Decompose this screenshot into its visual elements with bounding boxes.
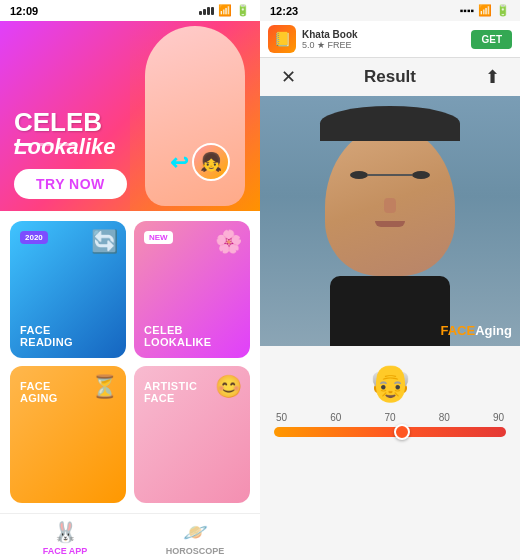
age-emoji: 👴 <box>368 362 413 404</box>
feature-title-celeb-lookalike: CELEBLOOKALIKE <box>144 324 240 348</box>
age-label-60: 60 <box>330 412 341 423</box>
result-title: Result <box>302 67 478 87</box>
watermark-face-part: FACE <box>441 323 476 338</box>
feature-badge-new: NEW <box>144 231 173 244</box>
time-right: 12:23 <box>270 5 298 17</box>
face-app-tab-label: FACE APP <box>43 546 88 556</box>
ad-get-button[interactable]: GET <box>471 30 512 49</box>
woman-silhouette <box>145 26 245 206</box>
signal-icon <box>199 7 214 15</box>
result-face-image: 🎨 🦋 <box>260 96 520 346</box>
result-header: ✕ Result ⬆ <box>260 58 520 96</box>
nose <box>384 198 396 213</box>
ad-info: Khata Book 5.0 ★ FREE <box>302 29 465 50</box>
feature-card-face-reading[interactable]: 2020 🔄 FACEREADING <box>10 221 126 358</box>
age-label-90: 90 <box>493 412 504 423</box>
face-aging-watermark: FACEAging <box>441 323 513 338</box>
age-bar-wrapper: 50 60 70 80 90 <box>274 412 506 437</box>
mouth <box>375 221 405 227</box>
watermark-aging-part: Aging <box>475 323 512 338</box>
hero-woman-image <box>130 21 260 211</box>
status-icons-left: 📶 🔋 <box>199 4 250 17</box>
horoscope-tab-label: HOROSCOPE <box>166 546 225 556</box>
hair <box>320 106 460 141</box>
dot-1 <box>14 143 32 146</box>
age-labels: 50 60 70 80 90 <box>274 412 506 423</box>
age-meter-section: 👴 50 60 70 80 90 <box>260 346 520 447</box>
status-bar-right: 12:23 ▪▪▪▪ 📶 🔋 <box>260 0 520 21</box>
age-label-50: 50 <box>276 412 287 423</box>
feature-card-face-aging[interactable]: ⏳ FACEAGING <box>10 366 126 503</box>
status-icons-right: ▪▪▪▪ 📶 🔋 <box>460 4 510 17</box>
try-now-button[interactable]: TRY NOW <box>14 169 127 199</box>
result-image-container: 🎨 🦋 <box>260 96 520 346</box>
status-bar-left: 12:09 📶 🔋 <box>0 0 260 21</box>
dot-2 <box>36 143 54 146</box>
time-left: 12:09 <box>10 5 38 17</box>
right-panel: 12:23 ▪▪▪▪ 📶 🔋 📒 Khata Book 5.0 ★ FREE G… <box>260 0 520 560</box>
hero-banner: 👧 ↩ CELEB Lookalike TRY NOW <box>0 21 260 211</box>
age-bar <box>274 427 506 437</box>
ad-title: Khata Book <box>302 29 465 40</box>
face-aging-icon: ⏳ <box>91 374 118 400</box>
feature-badge-year: 2020 <box>20 231 48 244</box>
shirt <box>330 276 450 346</box>
face-reading-icon: 🔄 <box>91 229 118 255</box>
glasses-bridge <box>368 174 412 176</box>
close-icon: ✕ <box>281 66 296 88</box>
feature-card-artistic-face[interactable]: 😊 ARTISTICFACE <box>134 366 250 503</box>
feature-title-face-reading: FACEREADING <box>20 324 116 348</box>
battery-icon: 🔋 <box>236 4 250 17</box>
right-eye <box>412 171 430 179</box>
age-label-80: 80 <box>439 412 450 423</box>
left-eye <box>350 171 368 179</box>
face-shape <box>325 126 455 276</box>
ad-app-icon: 📒 <box>268 25 296 53</box>
share-button[interactable]: ⬆ <box>478 66 506 88</box>
face-app-tab-icon: 🐰 <box>53 520 78 544</box>
feature-grid: 2020 🔄 FACEREADING NEW 🌸 CELEBLOOKALIKE … <box>0 211 260 513</box>
bottom-tabs: 🐰 FACE APP 🪐 HOROSCOPE <box>0 513 260 560</box>
ad-rating: 5.0 ★ FREE <box>302 40 465 50</box>
age-indicator <box>394 424 410 440</box>
age-label-70: 70 <box>384 412 395 423</box>
artistic-face-icon: 😊 <box>215 374 242 400</box>
tab-face-app[interactable]: 🐰 FACE APP <box>0 520 130 556</box>
share-icon: ⬆ <box>485 66 500 88</box>
ad-banner: 📒 Khata Book 5.0 ★ FREE GET <box>260 21 520 58</box>
tab-horoscope[interactable]: 🪐 HOROSCOPE <box>130 520 260 556</box>
left-panel: 12:09 📶 🔋 👧 ↩ CELEB Lookalike TRY NOW 20… <box>0 0 260 560</box>
wifi-icon: 📶 <box>218 4 232 17</box>
horoscope-tab-icon: 🪐 <box>183 520 208 544</box>
small-avatar: 👧 <box>192 143 230 181</box>
signal-icon-right: ▪▪▪▪ <box>460 5 474 16</box>
banner-dots <box>14 143 76 146</box>
celeb-lookalike-icon: 🌸 <box>215 229 242 255</box>
wifi-icon-right: 📶 <box>478 4 492 17</box>
arrow-icon: ↩ <box>170 150 188 176</box>
feature-card-celeb-lookalike[interactable]: NEW 🌸 CELEBLOOKALIKE <box>134 221 250 358</box>
battery-icon-right: 🔋 <box>496 4 510 17</box>
dot-3 <box>58 143 76 146</box>
close-button[interactable]: ✕ <box>274 66 302 88</box>
